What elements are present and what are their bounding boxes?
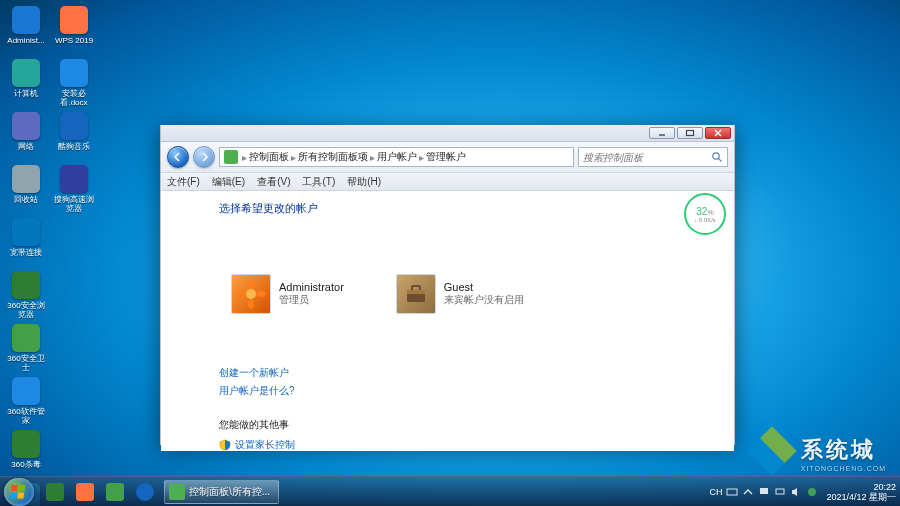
volume-icon[interactable] <box>790 486 802 498</box>
svg-rect-14 <box>11 485 18 491</box>
link-parental-controls[interactable]: 设置家长控制 <box>219 436 295 451</box>
svg-point-21 <box>808 488 816 496</box>
shield-icon <box>219 439 231 451</box>
icon-label: 搜狗高速浏览器 <box>54 195 94 213</box>
close-button[interactable] <box>705 127 731 139</box>
nav-bar: ▸ 控制面板 ▸ 所有控制面板项 ▸ 用户帐户 ▸ 管理帐户 <box>161 142 734 173</box>
crumb-manage-accounts[interactable]: 管理帐户 <box>426 150 466 164</box>
svg-rect-20 <box>776 489 784 494</box>
desktop-icon[interactable]: 计算机 <box>6 59 46 107</box>
taskbar-pin-browser[interactable] <box>42 480 68 504</box>
section-title: 选择希望更改的帐户 <box>219 201 734 216</box>
download-rate: ↓ 0.0K/s <box>694 217 716 223</box>
svg-rect-17 <box>17 492 24 498</box>
chevron-up-icon[interactable] <box>742 486 754 498</box>
app-icon <box>12 165 40 193</box>
icon-label: Administ... <box>7 36 44 45</box>
desktop-icon[interactable]: Administ... <box>6 6 46 54</box>
app-icon <box>12 271 40 299</box>
desktop-icon[interactable]: 搜狗高速浏览器 <box>54 165 94 213</box>
desktop-icon[interactable]: 宽带连接 <box>6 218 46 266</box>
desktop-icon[interactable]: WPS 2019 <box>54 6 94 54</box>
app-icon <box>12 6 40 34</box>
back-button[interactable] <box>167 146 189 168</box>
account-name: Guest <box>444 281 524 293</box>
link-what-is-account[interactable]: 用户帐户是什么? <box>219 382 295 400</box>
svg-rect-13 <box>407 290 425 294</box>
window-client-area: 32% ↓ 0.0K/s 选择希望更改的帐户 Administrator 管理员… <box>161 191 734 451</box>
icon-label: 计算机 <box>14 89 38 98</box>
maximize-button[interactable] <box>677 127 703 139</box>
crumb-all-items[interactable]: 所有控制面板项 <box>298 150 368 164</box>
search-box[interactable] <box>578 147 728 167</box>
icon-label: 360软件管家 <box>6 407 46 425</box>
icon-label: 安装必看.docx <box>54 89 94 107</box>
svg-line-5 <box>719 159 722 162</box>
svg-rect-15 <box>18 485 25 491</box>
svg-point-9 <box>236 291 246 297</box>
system-tray[interactable]: CH 20:22 2021/4/12 星期一 <box>709 482 896 502</box>
desktop-icon[interactable]: 网络 <box>6 112 46 160</box>
app-icon <box>12 112 40 140</box>
taskbar-pin-360[interactable] <box>102 480 128 504</box>
flag-icon[interactable] <box>758 486 770 498</box>
accounts-list: Administrator 管理员 Guest 来宾帐户没有启用 <box>215 224 647 364</box>
app-icon <box>12 324 40 352</box>
menu-file[interactable]: 文件(F) <box>167 175 200 189</box>
desktop-icon[interactable]: 360杀毒 <box>6 430 46 478</box>
desktop-icon[interactable]: 360安全浏览器 <box>6 271 46 319</box>
svg-point-6 <box>246 289 256 299</box>
icon-label: WPS 2019 <box>55 36 93 45</box>
desktop-icon[interactable]: 安装必看.docx <box>54 59 94 107</box>
menu-view[interactable]: 查看(V) <box>257 175 290 189</box>
network-icon[interactable] <box>774 486 786 498</box>
menu-help[interactable]: 帮助(H) <box>347 175 381 189</box>
control-panel-icon <box>224 150 238 164</box>
search-input[interactable] <box>583 152 709 163</box>
keyboard-icon[interactable] <box>726 486 738 498</box>
app-icon <box>12 218 40 246</box>
crumb-user-accounts[interactable]: 用户帐户 <box>377 150 417 164</box>
desktop-icon[interactable]: 360软件管家 <box>6 377 46 425</box>
app-icon <box>12 377 40 405</box>
avatar-flower-icon <box>231 274 271 314</box>
account-role: 管理员 <box>279 293 344 307</box>
ime-indicator[interactable]: CH <box>709 487 722 497</box>
watermark-logo-icon <box>751 430 793 472</box>
icon-label: 回收站 <box>14 195 38 204</box>
menu-edit[interactable]: 编辑(E) <box>212 175 245 189</box>
icon-label: 宽带连接 <box>10 248 42 257</box>
tray-clock[interactable]: 20:22 2021/4/12 星期一 <box>826 482 896 502</box>
app-icon <box>60 6 88 34</box>
taskbar: 控制面板\所有控... CH 20:22 2021/4/12 星期一 <box>0 476 900 506</box>
minimize-button[interactable] <box>649 127 675 139</box>
crumb-control-panel[interactable]: 控制面板 <box>249 150 289 164</box>
window-titlebar[interactable] <box>161 125 734 142</box>
desktop-icon[interactable]: 360安全卫士 <box>6 324 46 372</box>
task-label: 控制面板\所有控... <box>189 485 270 499</box>
control-panel-window: ▸ 控制面板 ▸ 所有控制面板项 ▸ 用户帐户 ▸ 管理帐户 文件(F) 编辑(… <box>160 125 735 445</box>
app-icon <box>12 430 40 458</box>
taskbar-task-controlpanel[interactable]: 控制面板\所有控... <box>164 480 279 504</box>
other-heading: 您能做的其他事 <box>219 416 734 434</box>
taskbar-pin-wps[interactable] <box>72 480 98 504</box>
desktop-icon[interactable]: 回收站 <box>6 165 46 213</box>
icon-label: 360安全浏览器 <box>6 301 46 319</box>
breadcrumb-bar[interactable]: ▸ 控制面板 ▸ 所有控制面板项 ▸ 用户帐户 ▸ 管理帐户 <box>219 147 574 167</box>
svg-point-7 <box>248 279 254 289</box>
download-badge[interactable]: 32% ↓ 0.0K/s <box>684 193 726 235</box>
account-role: 来宾帐户没有启用 <box>444 293 524 307</box>
account-administrator[interactable]: Administrator 管理员 <box>227 234 348 354</box>
menu-tools[interactable]: 工具(T) <box>302 175 335 189</box>
icon-label: 360杀毒 <box>11 460 40 469</box>
taskbar-pin-kugou[interactable] <box>132 480 158 504</box>
desktop-icon[interactable]: 酷狗音乐 <box>54 112 94 160</box>
watermark-text: 系统城 <box>801 437 876 462</box>
security-icon[interactable] <box>806 486 818 498</box>
start-button[interactable] <box>4 478 34 506</box>
svg-rect-19 <box>760 488 768 494</box>
avatar-suitcase-icon <box>396 274 436 314</box>
link-create-account[interactable]: 创建一个新帐户 <box>219 364 289 382</box>
app-icon <box>60 165 88 193</box>
account-guest[interactable]: Guest 来宾帐户没有启用 <box>392 234 528 354</box>
